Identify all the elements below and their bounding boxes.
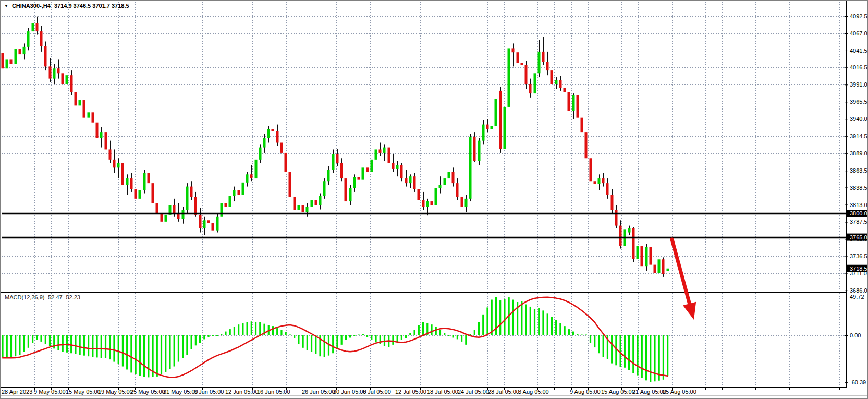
svg-text:3914.5: 3914.5	[850, 133, 867, 139]
svg-text:6 Jun 05:00: 6 Jun 05:00	[194, 389, 224, 395]
svg-text:3940.0: 3940.0	[850, 116, 867, 122]
svg-text:31 May 05:00: 31 May 05:00	[163, 389, 198, 395]
svg-text:21 Aug 05:00: 21 Aug 05:00	[632, 389, 666, 395]
svg-text:12 Jul 05:00: 12 Jul 05:00	[395, 389, 426, 395]
symbol-title: CHINA300-,H4	[12, 3, 51, 9]
chart-header: ▼ CHINA300-,H4 3714.9 3746.5 3701.7 3718…	[4, 3, 129, 9]
svg-text:16 Jun 05:00: 16 Jun 05:00	[257, 389, 290, 395]
svg-text:18 Jul 05:00: 18 Jul 05:00	[427, 389, 458, 395]
svg-text:3991.0: 3991.0	[850, 81, 867, 88]
svg-text:3 Aug 05:00: 3 Aug 05:00	[518, 389, 549, 395]
macd-axis-labels: 49.720.00-60.39	[845, 294, 866, 385]
svg-text:4041.5: 4041.5	[850, 47, 867, 54]
macd-indicator-label: MACD(12,26,9) -52.47 -52.23	[5, 294, 80, 300]
svg-text:3813.0: 3813.0	[850, 202, 867, 208]
svg-text:-60.39: -60.39	[850, 379, 866, 385]
ohlc-readout: 3714.9 3746.5 3701.7 3718.5	[54, 3, 129, 9]
svg-text:3965.5: 3965.5	[850, 99, 867, 105]
svg-text:4016.5: 4016.5	[850, 64, 867, 70]
svg-text:0.00: 0.00	[850, 332, 861, 338]
svg-text:9 May 05:00: 9 May 05:00	[34, 389, 66, 395]
svg-text:15 Aug 05:00: 15 Aug 05:00	[601, 389, 635, 395]
svg-text:19 May 05:00: 19 May 05:00	[98, 389, 133, 395]
svg-text:15 May 05:00: 15 May 05:00	[66, 389, 101, 395]
svg-text:24 Jul 05:00: 24 Jul 05:00	[458, 389, 489, 395]
svg-text:3800.0: 3800.0	[850, 210, 867, 216]
trend-arrow-annotation[interactable]	[672, 239, 696, 320]
svg-text:12 Jun 05:00: 12 Jun 05:00	[225, 389, 259, 395]
price-chart-canvas[interactable]: 4092.54067.04041.54016.53991.03965.53940…	[1, 1, 867, 398]
svg-text:28 Apr 2023: 28 Apr 2023	[2, 389, 32, 395]
chart-window: ▼ CHINA300-,H4 3714.9 3746.5 3701.7 3718…	[0, 0, 868, 399]
svg-text:3863.5: 3863.5	[850, 167, 867, 174]
svg-text:28 Jul 05:00: 28 Jul 05:00	[488, 389, 519, 395]
price-axis-labels: 4092.54067.04041.54016.53991.03965.53940…	[845, 13, 867, 294]
svg-text:3889.0: 3889.0	[850, 150, 867, 156]
svg-text:4067.0: 4067.0	[850, 30, 867, 37]
svg-text:4092.5: 4092.5	[850, 13, 867, 19]
svg-text:3736.5: 3736.5	[850, 253, 867, 259]
svg-text:25 May 05:00: 25 May 05:00	[130, 389, 165, 395]
svg-text:3686.0: 3686.0	[850, 287, 867, 294]
symbol-dropdown-icon[interactable]: ▼	[4, 3, 8, 9]
svg-text:49.72: 49.72	[850, 294, 864, 300]
svg-text:3838.5: 3838.5	[850, 185, 867, 191]
svg-text:25 Aug 05:00: 25 Aug 05:00	[663, 389, 696, 395]
svg-text:6 Jul 05:00: 6 Jul 05:00	[363, 389, 391, 395]
svg-text:30 Jun 05:00: 30 Jun 05:00	[333, 389, 366, 395]
svg-text:3718.5: 3718.5	[850, 265, 867, 272]
candlestick-series	[2, 17, 669, 283]
time-axis-labels: 28 Apr 20239 May 05:0015 May 05:0019 May…	[2, 388, 840, 395]
svg-text:9 Aug 05:00: 9 Aug 05:00	[570, 389, 601, 395]
svg-text:26 Jun 05:00: 26 Jun 05:00	[302, 389, 335, 395]
svg-text:3787.5: 3787.5	[850, 219, 867, 225]
macd-signal-line	[3, 297, 668, 378]
svg-text:3765.0: 3765.0	[850, 234, 867, 240]
horizontal-line-objects[interactable]	[2, 214, 846, 238]
